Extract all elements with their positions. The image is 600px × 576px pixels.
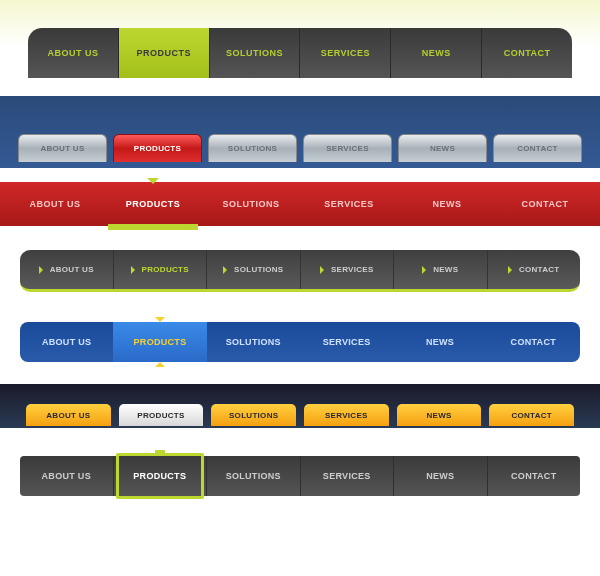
nav-item-about-us[interactable]: ABOUT US bbox=[6, 182, 104, 226]
nav-bar-1: ABOUT US PRODUCTS SOLUTIONS SERVICES NEW… bbox=[28, 28, 572, 78]
nav-item-products[interactable]: PRODUCTS bbox=[119, 404, 204, 426]
nav-item-solutions[interactable]: SOLUTIONS bbox=[208, 134, 297, 162]
nav-item-solutions[interactable]: SOLUTIONS bbox=[202, 182, 300, 226]
menu-variant-5: ABOUT US PRODUCTS SOLUTIONS SERVICES NEW… bbox=[20, 322, 580, 362]
nav-item-about-us[interactable]: ABOUT US bbox=[20, 322, 113, 362]
nav-item-services[interactable]: SERVICES bbox=[300, 28, 391, 78]
nav-item-services[interactable]: SERVICES bbox=[301, 456, 395, 496]
nav-item-products[interactable]: PRODUCTS bbox=[113, 134, 202, 162]
nav-item-solutions[interactable]: SOLUTIONS bbox=[207, 322, 300, 362]
nav-item-contact[interactable]: CONTACT bbox=[487, 322, 580, 362]
nav-item-solutions[interactable]: SOLUTIONS bbox=[207, 250, 301, 289]
nav-item-contact[interactable]: CONTACT bbox=[488, 250, 581, 289]
nav-label: PRODUCTS bbox=[142, 265, 189, 274]
menu-variant-2: ABOUT US PRODUCTS SOLUTIONS SERVICES NEW… bbox=[0, 96, 600, 168]
menu-variant-6: ABOUT US PRODUCTS SOLUTIONS SERVICES NEW… bbox=[0, 384, 600, 428]
menu-variant-1: ABOUT US PRODUCTS SOLUTIONS SERVICES NEW… bbox=[0, 0, 600, 78]
nav-item-services[interactable]: SERVICES bbox=[304, 404, 389, 426]
chevron-right-icon bbox=[508, 266, 516, 274]
nav-item-news[interactable]: NEWS bbox=[393, 322, 486, 362]
nav-bar-6: ABOUT US PRODUCTS SOLUTIONS SERVICES NEW… bbox=[26, 404, 574, 426]
nav-label: SERVICES bbox=[331, 265, 374, 274]
nav-item-services[interactable]: SERVICES bbox=[300, 182, 398, 226]
nav-label: ABOUT US bbox=[50, 265, 94, 274]
nav-item-about-us[interactable]: ABOUT US bbox=[20, 250, 114, 289]
nav-item-news[interactable]: NEWS bbox=[398, 134, 487, 162]
nav-item-products[interactable]: PRODUCTS bbox=[104, 182, 202, 226]
nav-bar-2: ABOUT US PRODUCTS SOLUTIONS SERVICES NEW… bbox=[18, 134, 582, 162]
nav-item-news[interactable]: NEWS bbox=[398, 182, 496, 226]
nav-label: NEWS bbox=[433, 265, 458, 274]
nav-item-solutions[interactable]: SOLUTIONS bbox=[207, 456, 301, 496]
nav-item-contact[interactable]: CONTACT bbox=[482, 28, 572, 78]
nav-bar-7: ABOUT US PRODUCTS SOLUTIONS SERVICES NEW… bbox=[20, 456, 580, 496]
menu-variant-4: ABOUT US PRODUCTS SOLUTIONS SERVICES NEW… bbox=[20, 250, 580, 292]
nav-item-about-us[interactable]: ABOUT US bbox=[20, 456, 114, 496]
chevron-right-icon bbox=[320, 266, 328, 274]
chevron-right-icon bbox=[422, 266, 430, 274]
nav-item-contact[interactable]: CONTACT bbox=[489, 404, 574, 426]
nav-item-solutions[interactable]: SOLUTIONS bbox=[211, 404, 296, 426]
chevron-right-icon bbox=[223, 266, 231, 274]
nav-item-products[interactable]: PRODUCTS bbox=[114, 456, 208, 496]
nav-bar-5: ABOUT US PRODUCTS SOLUTIONS SERVICES NEW… bbox=[20, 322, 580, 362]
nav-item-news[interactable]: NEWS bbox=[391, 28, 482, 78]
menu-variant-7: ABOUT US PRODUCTS SOLUTIONS SERVICES NEW… bbox=[20, 456, 580, 496]
nav-item-contact[interactable]: CONTACT bbox=[496, 182, 594, 226]
chevron-right-icon bbox=[131, 266, 139, 274]
nav-item-contact[interactable]: CONTACT bbox=[493, 134, 582, 162]
nav-item-news[interactable]: NEWS bbox=[397, 404, 482, 426]
nav-item-about-us[interactable]: ABOUT US bbox=[28, 28, 119, 78]
nav-item-services[interactable]: SERVICES bbox=[300, 322, 393, 362]
nav-item-products[interactable]: PRODUCTS bbox=[113, 322, 206, 362]
nav-item-contact[interactable]: CONTACT bbox=[488, 456, 581, 496]
nav-item-about-us[interactable]: ABOUT US bbox=[18, 134, 107, 162]
nav-label: SOLUTIONS bbox=[234, 265, 283, 274]
nav-item-services[interactable]: SERVICES bbox=[303, 134, 392, 162]
nav-label: CONTACT bbox=[519, 265, 560, 274]
nav-item-news[interactable]: NEWS bbox=[394, 250, 488, 289]
nav-bar-3: ABOUT US PRODUCTS SOLUTIONS SERVICES NEW… bbox=[6, 182, 594, 226]
nav-item-solutions[interactable]: SOLUTIONS bbox=[210, 28, 301, 78]
nav-item-products[interactable]: PRODUCTS bbox=[114, 250, 208, 289]
chevron-right-icon bbox=[39, 266, 47, 274]
menu-variant-3: ABOUT US PRODUCTS SOLUTIONS SERVICES NEW… bbox=[0, 182, 600, 226]
nav-item-products[interactable]: PRODUCTS bbox=[119, 28, 210, 78]
nav-bar-4: ABOUT US PRODUCTS SOLUTIONS SERVICES NEW… bbox=[20, 250, 580, 292]
nav-item-news[interactable]: NEWS bbox=[394, 456, 488, 496]
nav-item-services[interactable]: SERVICES bbox=[301, 250, 395, 289]
nav-item-about-us[interactable]: ABOUT US bbox=[26, 404, 111, 426]
